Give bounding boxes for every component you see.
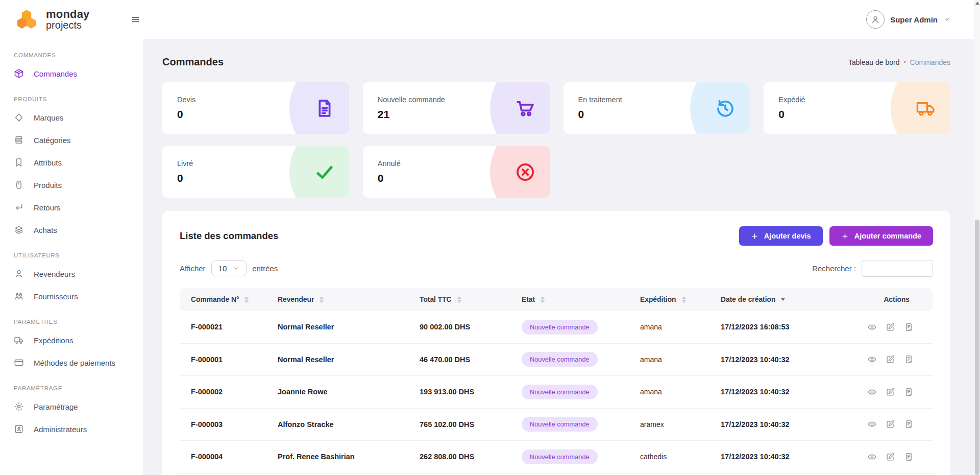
mouse-icon (14, 180, 24, 190)
sidebar-item-exp-ditions[interactable]: Expéditions (0, 329, 143, 351)
cell-actions (837, 452, 928, 462)
sidebar-section: PRODUITSMarquesCatégoriesAttributsProdui… (0, 85, 143, 241)
cart-icon (514, 98, 536, 119)
stats-grid: Devis0Nouvelle commande21En traitement0E… (162, 82, 950, 198)
edit-action-button[interactable] (886, 419, 895, 429)
cell-total: 193 913.00 DHS (413, 388, 516, 396)
stack-icon (14, 135, 24, 145)
breadcrumb-parent-link[interactable]: Tableau de bord (848, 58, 899, 66)
sidebar-item-commandes[interactable]: Commandes (0, 62, 143, 85)
invoice-action-button[interactable] (904, 387, 914, 397)
sort-down-arrow (320, 300, 324, 303)
sort-icon (457, 296, 461, 303)
sort-icon (244, 296, 249, 303)
users-icon (14, 291, 24, 301)
column-header-date-de-cr-ation[interactable]: Date de création (715, 296, 837, 303)
sidebar-item-attributs[interactable]: Attributs (0, 151, 143, 174)
eye-action-button[interactable] (867, 322, 877, 332)
page-scrollbar[interactable] (974, 0, 980, 475)
breadcrumb: Tableau de bord • Commandes (848, 58, 950, 66)
edit-action-button[interactable] (886, 387, 895, 397)
edit-icon (886, 419, 895, 429)
stat-card-annul-: Annulé0 (363, 146, 550, 198)
sidebar-item-achats[interactable]: Achats (0, 219, 143, 241)
add-quote-label: Ajouter devis (764, 232, 811, 240)
table-row: F-000021Normal Reseller90 002.00 DHSNouv… (180, 311, 933, 344)
hamburger-icon (131, 15, 140, 25)
column-header-actions: Actions (837, 296, 928, 303)
sidebar-item-fournisseurs[interactable]: Fournisseurs (0, 285, 143, 307)
check-icon (314, 161, 335, 183)
truck-icon (915, 98, 937, 119)
sidebar-item-administrateurs[interactable]: Administrateurs (0, 418, 143, 440)
sidebar-section-label: PRODUITS (0, 85, 143, 106)
edit-action-button[interactable] (886, 452, 895, 462)
scrollbar-thumb[interactable] (975, 220, 979, 475)
status-badge: Nouvelle commande (522, 320, 598, 335)
sidebar-section-label: PARAMÉTRES (0, 307, 143, 329)
sidebar-section-label: PARAMÉTRAGE (0, 374, 143, 395)
eye-icon (867, 387, 877, 397)
cell-date: 17/12/2023 10:40:32 (715, 420, 837, 429)
invoice-action-button[interactable] (904, 419, 914, 429)
invoice-action-button[interactable] (904, 354, 914, 364)
table-body: F-000021Normal Reseller90 002.00 DHSNouv… (180, 311, 933, 475)
brand-logo[interactable]: monday projects (0, 8, 128, 31)
search-label: Rechercher : (812, 264, 856, 273)
invoice-action-button[interactable] (904, 452, 914, 462)
brand-line2: projects (46, 20, 90, 30)
column-header-commande-n-[interactable]: Commande N° (185, 296, 272, 303)
column-header-total-ttc[interactable]: Total TTC (413, 296, 516, 303)
cell-total: 90 002.00 DHS (413, 323, 516, 331)
sort-icon (682, 296, 686, 303)
user-icon (14, 269, 24, 279)
table-header: Commande N°RevendeurTotal TTCEtatExpédit… (180, 288, 933, 311)
file-text-icon (314, 98, 335, 119)
edit-action-button[interactable] (886, 354, 895, 364)
sidebar-section: UTILISATEURSRevendeursFournisseurs (0, 241, 143, 307)
cell-status: Nouvelle commande (516, 385, 634, 399)
column-header-label: Total TTC (420, 296, 452, 303)
sort-up-arrow (541, 296, 545, 299)
column-header-exp-dition[interactable]: Expédition (634, 296, 715, 303)
table-row: F-000002Joannie Rowe193 913.00 DHSNouvel… (180, 376, 933, 409)
sidebar-item-marques[interactable]: Marques (0, 106, 143, 129)
brand-name: monday projects (46, 9, 90, 31)
search-input[interactable] (862, 260, 933, 277)
user-menu[interactable]: Super Admin (866, 10, 974, 29)
sidebar-item-cat-gories[interactable]: Catégories (0, 129, 143, 151)
cell-reseller: Normal Reseller (272, 323, 413, 331)
edit-action-button[interactable] (886, 322, 895, 332)
scrollbar-up-arrow[interactable] (975, 2, 979, 5)
gear-icon (14, 401, 24, 412)
sidebar-item-param-trage[interactable]: Paramétrage (0, 395, 143, 418)
history-icon (715, 98, 736, 119)
invoice-icon (904, 387, 914, 397)
sidebar-item-m-thodes-de-paiements[interactable]: Méthodes de paiements (0, 351, 143, 374)
page-size-select[interactable]: 10 (211, 260, 247, 276)
edit-icon (886, 322, 895, 332)
column-header-label: Etat (522, 296, 535, 303)
column-header-revendeur[interactable]: Revendeur (272, 296, 413, 303)
sidebar-item-label: Marques (34, 113, 63, 122)
eye-action-button[interactable] (867, 387, 877, 397)
eye-action-button[interactable] (867, 452, 877, 462)
sidebar-toggle-button[interactable] (128, 12, 143, 27)
sort-down-arrow (244, 300, 249, 303)
cell-total: 262 808.00 DHS (413, 453, 516, 461)
add-quote-button[interactable]: Ajouter devis (739, 226, 823, 246)
plus-icon (751, 232, 758, 240)
add-order-button[interactable]: Ajouter commande (829, 226, 933, 246)
sidebar-section: COMMANDESCommandes (0, 41, 143, 85)
invoice-action-button[interactable] (904, 322, 914, 332)
eye-action-button[interactable] (867, 354, 877, 364)
table-row: F-000003Alfonzo Stracke765 102.00 DHSNou… (180, 409, 933, 441)
sidebar-item-retours[interactable]: Retours (0, 196, 143, 219)
card-icon (14, 358, 24, 368)
sidebar-item-produits[interactable]: Produits (0, 174, 143, 196)
column-header-etat[interactable]: Etat (516, 296, 634, 303)
sidebar-item-revendeurs[interactable]: Revendeurs (0, 263, 143, 285)
eye-action-button[interactable] (867, 419, 877, 429)
cell-status: Nouvelle commande (516, 417, 634, 432)
sort-up-arrow (244, 296, 249, 299)
